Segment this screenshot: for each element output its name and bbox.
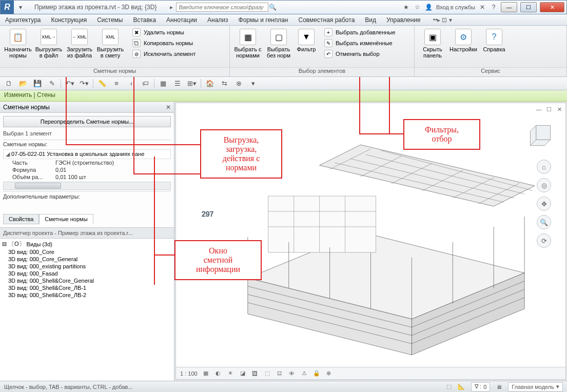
qat-dim-icon[interactable]: ⫞ <box>125 79 136 89</box>
menu-annotations[interactable]: Аннотации <box>161 16 202 24</box>
qat-align-icon[interactable]: ≡ <box>111 79 122 89</box>
browser-item[interactable]: 3D вид: 000_Fasad <box>2 270 172 277</box>
help-button[interactable]: ?Справка <box>479 28 509 52</box>
override-norms-button[interactable]: Переопределить Сметные нормы... <box>3 116 171 127</box>
norms-hscrollbar[interactable] <box>3 182 171 190</box>
browser-item[interactable]: 3D вид: 000_Core_General <box>2 256 172 263</box>
main-model-dropdown[interactable]: Главная модель ▾ <box>508 382 563 391</box>
exclude-element-button[interactable]: ⊘Исключить элемент <box>129 49 199 58</box>
menu-collaborate[interactable]: Совместная работа <box>294 16 360 24</box>
vp-sun-icon[interactable]: ☀ <box>226 369 234 378</box>
export-estimate-button[interactable]: XMLВыгрузить в смету <box>95 28 125 58</box>
menu-insert[interactable]: Вставка <box>128 16 161 24</box>
vp-style-icon[interactable]: ◐ <box>214 369 222 378</box>
panel-close-icon[interactable]: ✕ <box>166 104 171 111</box>
qat-new-icon[interactable]: 🗋 <box>3 79 14 89</box>
search-input[interactable] <box>176 3 268 12</box>
project-browser[interactable]: ⊟〔O〕Виды (3d) 3D вид: 000_Core 3D вид: 0… <box>0 239 174 381</box>
status-icon-b[interactable]: 📐 <box>458 383 465 390</box>
import-file-button[interactable]: ←XMLЗагрузить из файла <box>65 28 94 58</box>
vp-shadow-icon[interactable]: ◪ <box>239 369 247 378</box>
qat-thin-icon[interactable]: ☰ <box>172 79 183 89</box>
select-without-norms-button[interactable]: ▢Выбрать без норм <box>264 28 294 58</box>
select-with-norms-button[interactable]: ▦Выбрать с нормами <box>233 28 263 58</box>
cancel-selection-button[interactable]: ↶Отменить выбор <box>321 49 398 58</box>
menu-manage[interactable]: Управление <box>381 16 426 24</box>
star-icon[interactable]: ★ <box>402 3 410 11</box>
app-logo-icon[interactable]: R <box>1 1 14 14</box>
qat-tag-icon[interactable]: 🏷 <box>140 79 151 89</box>
ribbon-group-selection-title: Выбор элементов <box>230 67 414 76</box>
scale-label[interactable]: 1 : 100 <box>180 370 198 377</box>
qat-chevron-icon[interactable]: ▸ <box>167 4 176 11</box>
close-button[interactable]: ✕ <box>540 2 564 12</box>
browser-root-views[interactable]: ⊟〔O〕Виды (3d) <box>2 240 172 248</box>
qat-redo-icon[interactable]: ↷▾ <box>79 79 90 89</box>
select-changed-button[interactable]: ✎Выбрать изменённые <box>321 38 398 48</box>
qat-measure-icon[interactable]: 📏 <box>96 79 108 89</box>
qat-close-icon[interactable]: ⊗ <box>233 79 244 89</box>
norm-volume-row: Объём ра...0,01 100 шт <box>3 173 171 181</box>
tab-norms[interactable]: Сметные нормы <box>39 214 93 224</box>
status-icon-a[interactable]: ⬚ <box>446 383 452 390</box>
assign-norms-button[interactable]: 📋Назначить нормы <box>3 28 33 58</box>
menu-overflow-icon[interactable]: ••▸ ⊡ ▾ <box>428 16 457 24</box>
qat-open-icon[interactable]: 📂 <box>17 79 29 89</box>
star2-icon[interactable]: ☆ <box>414 3 422 11</box>
vp-crop2-icon[interactable]: ⊡ <box>276 369 284 378</box>
copy-norms-button[interactable]: ⿻Копировать нормы <box>129 38 199 48</box>
axis-label: 297 <box>202 210 214 218</box>
qat-3d-icon[interactable]: 🏠 <box>204 79 216 89</box>
exchange-icon[interactable]: ✕ <box>478 3 486 11</box>
tab-properties[interactable]: Свойства <box>3 214 39 224</box>
browser-item[interactable]: 3D вид: 000_Shell&Core_ЛВ-2 <box>2 291 172 299</box>
cancel-icon: ↶ <box>324 50 333 58</box>
export-file-button[interactable]: XML→Выгрузить в файл <box>34 28 64 58</box>
select-added-button[interactable]: +Выбрать добавленные <box>321 28 398 37</box>
vp-render-icon[interactable]: 🖼 <box>251 369 259 378</box>
menu-systems[interactable]: Системы <box>92 16 128 24</box>
browser-item[interactable]: 3D вид: 000_Core <box>2 248 172 256</box>
vp-temp-icon[interactable]: 🔒 <box>312 369 321 378</box>
vp-hide-icon[interactable]: 👁 <box>288 369 296 378</box>
qat-section-icon[interactable]: ▦ <box>158 79 169 89</box>
vp-detail-icon[interactable]: ▦ <box>202 369 210 378</box>
menu-analyze[interactable]: Анализ <box>202 16 233 24</box>
select-without-icon: ▢ <box>270 29 287 45</box>
minimize-button[interactable]: — <box>501 2 517 12</box>
selection-count-box[interactable]: ∇ :0 <box>471 382 490 391</box>
maximize-button[interactable]: ☐ <box>520 2 537 12</box>
qat-save-icon[interactable]: 💾 <box>32 79 43 89</box>
hide-panel-icon: ▣ <box>424 29 441 45</box>
norm-item[interactable]: ◢ 07-05-022-01 Установка в цокольных зда… <box>3 149 171 159</box>
delete-norms-button[interactable]: ✖Удалить нормы <box>129 28 199 37</box>
app-menu-chevron-icon[interactable]: ▾ <box>17 4 24 11</box>
browser-item[interactable]: 3D вид: 000_Shell&Core_ЛВ-1 <box>2 284 172 291</box>
vp-show-icon[interactable]: ⊕ <box>325 369 333 378</box>
search-go-icon[interactable]: 🔍 <box>268 3 277 11</box>
qat-sync-icon[interactable]: ✎ <box>46 79 57 89</box>
qat-switch-icon[interactable]: ⇆ <box>219 79 230 89</box>
settings-button[interactable]: ⚙Настройки <box>448 28 478 52</box>
menu-structure[interactable]: Конструкция <box>46 16 92 24</box>
menu-architecture[interactable]: Архитектура <box>0 16 46 24</box>
vp-reveal-icon[interactable]: ⚠ <box>300 369 308 378</box>
filter-button[interactable]: ▼Фильтр <box>295 28 318 52</box>
browser-item[interactable]: 3D вид: 000_existing partitions <box>2 263 172 270</box>
norm-part-row: ЧастьГЭСН (строительство) <box>3 159 171 166</box>
vp-crop-icon[interactable]: ⬚ <box>263 369 271 378</box>
browser-item[interactable]: 3D вид: 000_Shell&Core_General <box>2 277 172 284</box>
norm-formula-row: Формула0,01 <box>3 166 171 173</box>
qat-extra-icon[interactable]: ▾ <box>247 79 259 89</box>
hide-panel-button[interactable]: ▣Скрыть панель <box>418 28 447 58</box>
quick-access-toolbar: 🗋 📂 💾 ✎ ↶▾ ↷▾ 📏 ≡ ⫞ 🏷 ▦ ☰ ⊞▾ 🏠 ⇆ ⊗ ▾ <box>0 77 567 90</box>
help-icon[interactable]: ? <box>490 3 498 11</box>
menu-view[interactable]: Вид <box>360 16 381 24</box>
delete-icon: ✖ <box>132 28 141 36</box>
additional-params-label: Дополнительные параметры: <box>3 191 171 214</box>
menu-massing[interactable]: Формы и генплан <box>233 16 294 24</box>
status-icon-c[interactable]: 🖥 <box>496 384 502 390</box>
qat-window-icon[interactable]: ⊞▾ <box>186 79 198 89</box>
login-link[interactable]: Вход в службы <box>436 4 475 10</box>
changed-icon: ✎ <box>324 39 333 47</box>
